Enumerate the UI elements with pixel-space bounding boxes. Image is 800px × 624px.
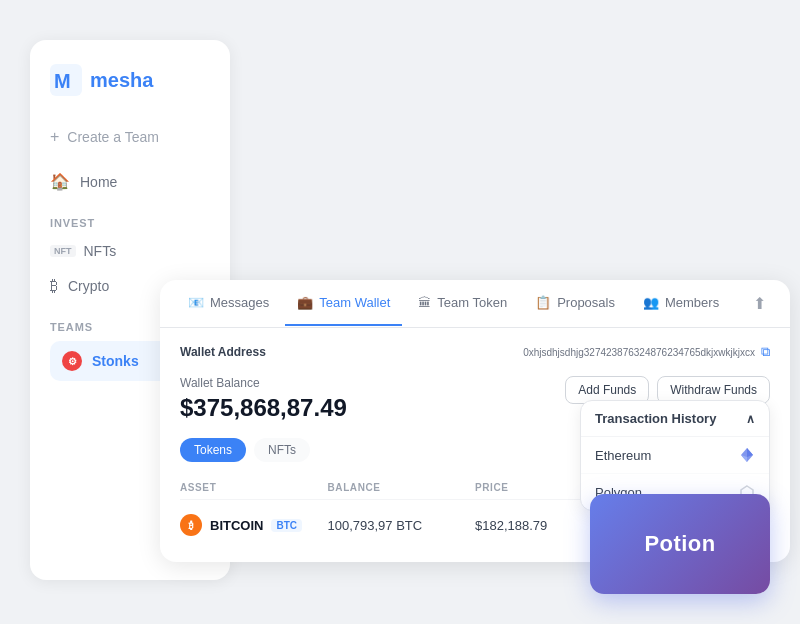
sidebar-item-home[interactable]: 🏠 Home: [50, 162, 210, 201]
mesha-logo-icon: M: [50, 64, 82, 96]
tab-team-wallet-label: Team Wallet: [319, 295, 390, 310]
tab-bar: 📧 Messages 💼 Team Wallet 🏛 Team Token 📋 …: [160, 280, 790, 328]
members-icon: 👥: [643, 295, 659, 310]
tab-messages[interactable]: 📧 Messages: [176, 281, 281, 326]
sidebar-home-label: Home: [80, 174, 117, 190]
asset-balance: 100,793,97 BTC: [328, 518, 476, 533]
wallet-address-value-area: 0xhjsdhjsdhjg327423876324876234765dkjxwk…: [523, 344, 770, 360]
tab-proposals[interactable]: 📋 Proposals: [523, 281, 627, 326]
stonks-team-label: Stonks: [92, 353, 139, 369]
ethereum-icon: [739, 447, 755, 463]
logo-text: mesha: [90, 69, 153, 92]
wallet-address-text: 0xhjsdhjsdhjg327423876324876234765dkjxwk…: [523, 347, 755, 358]
chevron-up-icon: ∧: [746, 412, 755, 426]
copy-icon[interactable]: ⧉: [761, 344, 770, 360]
wallet-balance-label: Wallet Balance: [180, 376, 347, 390]
stonks-team-icon: ⚙: [62, 351, 82, 371]
bitcoin-icon: ₿: [180, 514, 202, 536]
header-balance: BALANCE: [328, 482, 476, 493]
nft-badge: NFT: [50, 245, 76, 257]
token-icon: 🏛: [418, 295, 431, 310]
invest-section-label: INVEST: [50, 217, 210, 229]
tab-members-label: Members: [665, 295, 719, 310]
create-team-label: Create a Team: [67, 129, 159, 145]
potion-card[interactable]: Potion: [590, 494, 770, 594]
proposals-icon: 📋: [535, 295, 551, 310]
logo-area: M mesha: [50, 64, 210, 96]
balance-info: Wallet Balance $375,868,87.49: [180, 376, 347, 422]
header-asset: ASSET: [180, 482, 328, 493]
wallet-address-label: Wallet Address: [180, 345, 266, 359]
tab-members[interactable]: 👥 Members: [631, 281, 731, 326]
wallet-balance-amount: $375,868,87.49: [180, 394, 347, 422]
share-button[interactable]: ⬆: [745, 280, 774, 327]
wallet-icon: 💼: [297, 295, 313, 310]
nfts-toggle-button[interactable]: NFTs: [254, 438, 310, 462]
tx-chain-ethereum[interactable]: Ethereum: [581, 437, 769, 474]
plus-icon: +: [50, 128, 59, 146]
ethereum-label: Ethereum: [595, 448, 651, 463]
asset-name: BITCOIN: [210, 518, 263, 533]
sidebar-crypto-label: Crypto: [68, 278, 109, 294]
potion-label: Potion: [644, 531, 715, 557]
create-team-button[interactable]: + Create a Team: [50, 120, 210, 154]
tab-team-token[interactable]: 🏛 Team Token: [406, 281, 519, 326]
tx-history-label: Transaction History: [595, 411, 716, 426]
tab-proposals-label: Proposals: [557, 295, 615, 310]
svg-text:M: M: [54, 70, 71, 92]
crypto-icon: ₿: [50, 277, 58, 295]
tx-history-header[interactable]: Transaction History ∧: [581, 401, 769, 437]
asset-badge: BTC: [271, 519, 302, 532]
home-icon: 🏠: [50, 172, 70, 191]
sidebar-nfts-label: NFTs: [84, 243, 117, 259]
sidebar-item-nfts[interactable]: NFT NFTs: [50, 235, 210, 267]
tab-team-wallet[interactable]: 💼 Team Wallet: [285, 281, 402, 326]
tab-team-token-label: Team Token: [437, 295, 507, 310]
asset-cell: ₿ BITCOIN BTC: [180, 514, 328, 536]
messages-icon: 📧: [188, 295, 204, 310]
tokens-toggle-button[interactable]: Tokens: [180, 438, 246, 462]
wallet-address-row: Wallet Address 0xhjsdhjsdhjg327423876324…: [180, 344, 770, 360]
tab-messages-label: Messages: [210, 295, 269, 310]
share-icon: ⬆: [753, 295, 766, 312]
